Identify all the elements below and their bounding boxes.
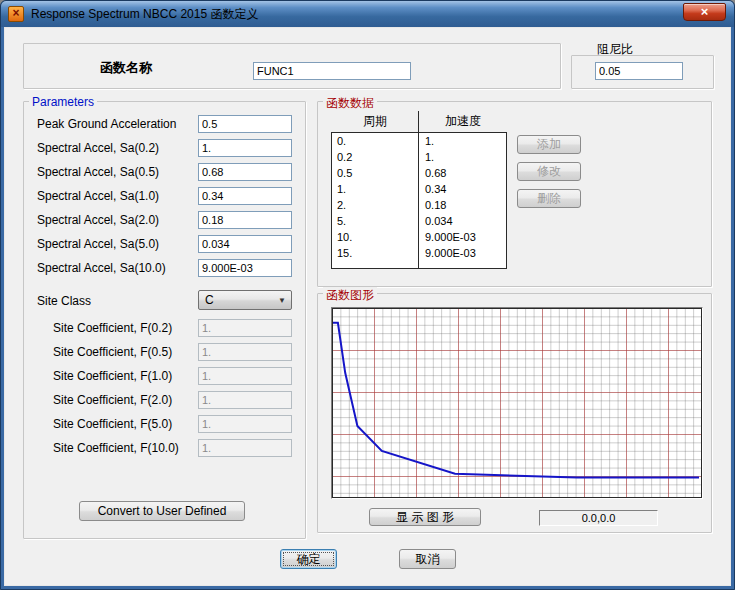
- convert-to-user-defined-button[interactable]: Convert to User Defined: [79, 501, 245, 521]
- cancel-button[interactable]: 取消: [399, 549, 456, 569]
- function-graph-title: 函数图形: [323, 287, 377, 304]
- chevron-down-icon: ▼: [278, 296, 291, 305]
- coeff-label: Site Coefficient, F(5.0): [53, 417, 172, 431]
- app-icon: ×: [8, 6, 24, 22]
- coeff-label: Site Coefficient, F(1.0): [53, 369, 172, 383]
- accel-column-header: 加速度: [419, 113, 507, 130]
- add-button: 添加: [517, 135, 581, 154]
- table-row[interactable]: 0.50.68: [332, 165, 506, 181]
- param-label: Spectral Accel, Sa(0.2): [37, 141, 159, 155]
- display-graph-button[interactable]: 显 示 图 形: [369, 508, 481, 526]
- table-row[interactable]: 10.9.000E-03: [332, 229, 506, 245]
- param-input-sa50[interactable]: [198, 235, 292, 253]
- period-column-header: 周期: [331, 113, 419, 130]
- param-label: Spectral Accel, Sa(2.0): [37, 213, 159, 227]
- modify-button: 修改: [517, 162, 581, 181]
- table-row[interactable]: 5.0.034: [332, 213, 506, 229]
- param-input-sa10[interactable]: [198, 187, 292, 205]
- table-row[interactable]: 2.0.18: [332, 197, 506, 213]
- close-button[interactable]: ×: [683, 3, 726, 21]
- site-class-label: Site Class: [37, 294, 91, 308]
- spectrum-plot-svg: [332, 308, 702, 498]
- param-label: Spectral Accel, Sa(5.0): [37, 237, 159, 251]
- function-data-title: 函数数据: [323, 95, 377, 112]
- param-label: Spectral Accel, Sa(1.0): [37, 189, 159, 203]
- coeff-label: Site Coefficient, F(0.5): [53, 345, 172, 359]
- spectrum-plot[interactable]: [331, 307, 703, 499]
- delete-button: 删除: [517, 189, 581, 208]
- coeff-input-f02: [198, 319, 292, 337]
- coeff-input-f10: [198, 367, 292, 385]
- titlebar[interactable]: × Response Spectrum NBCC 2015 函数定义 ×: [1, 1, 734, 27]
- site-class-select[interactable]: C ▼: [198, 290, 292, 310]
- table-body[interactable]: 0.1. 0.21. 0.50.68 1.0.34 2.0.18 5.0.034…: [331, 132, 507, 269]
- coeff-label: Site Coefficient, F(10.0): [53, 441, 179, 455]
- coeff-input-f50: [198, 415, 292, 433]
- function-name-input[interactable]: [253, 62, 411, 80]
- param-input-sa02[interactable]: [198, 139, 292, 157]
- function-data-table[interactable]: 周期 加速度 0.1. 0.21. 0.50.68 1.0.34 2.0.18 …: [331, 111, 507, 269]
- coeff-input-f100: [198, 439, 292, 457]
- damping-input[interactable]: [595, 62, 683, 80]
- param-input-pga[interactable]: [198, 115, 292, 133]
- table-row[interactable]: 15.9.000E-03: [332, 245, 506, 261]
- parameters-title: Parameters: [29, 95, 97, 109]
- ok-button[interactable]: 确定: [280, 549, 337, 569]
- site-class-value: C: [199, 293, 278, 307]
- param-label: Spectral Accel, Sa(10.0): [37, 261, 166, 275]
- function-name-label: 函数名称: [41, 59, 211, 77]
- table-row[interactable]: 0.1.: [332, 133, 506, 149]
- table-row[interactable]: 0.21.: [332, 149, 506, 165]
- param-input-sa20[interactable]: [198, 211, 292, 229]
- cursor-coordinates: 0.0,0.0: [539, 510, 658, 526]
- column-divider: [418, 111, 419, 269]
- coeff-input-f05: [198, 343, 292, 361]
- dialog-window: × Response Spectrum NBCC 2015 函数定义 × 函数名…: [0, 0, 735, 590]
- window-title: Response Spectrum NBCC 2015 函数定义: [31, 6, 258, 23]
- param-input-sa100[interactable]: [198, 259, 292, 277]
- coeff-label: Site Coefficient, F(0.2): [53, 321, 172, 335]
- coeff-label: Site Coefficient, F(2.0): [53, 393, 172, 407]
- param-label: Peak Ground Acceleration: [37, 117, 176, 131]
- param-input-sa05[interactable]: [198, 163, 292, 181]
- param-label: Spectral Accel, Sa(0.5): [37, 165, 159, 179]
- table-row[interactable]: 1.0.34: [332, 181, 506, 197]
- table-header: 周期 加速度: [331, 111, 507, 132]
- coeff-input-f20: [198, 391, 292, 409]
